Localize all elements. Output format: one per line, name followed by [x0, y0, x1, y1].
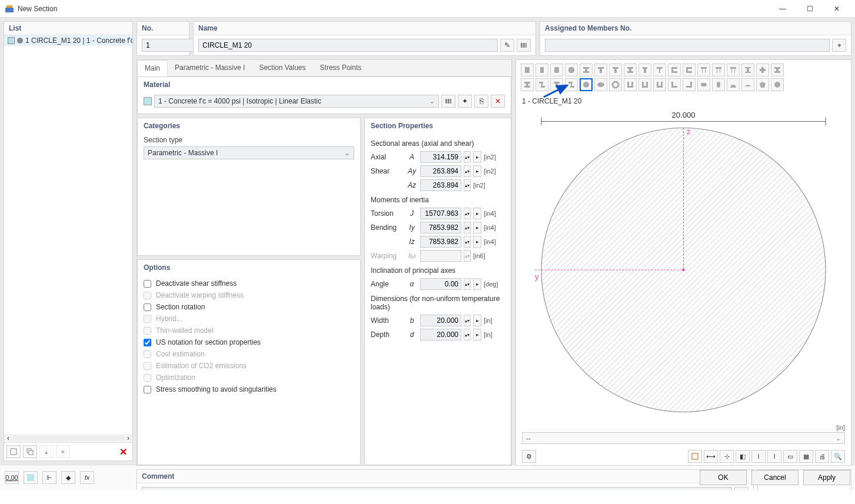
width-input[interactable] [420, 315, 461, 326]
shape-rect2[interactable] [535, 64, 548, 76]
sort-desc-button[interactable]: ▾ [56, 445, 70, 458]
iz-input[interactable] [420, 236, 461, 248]
shape-channel2[interactable] [683, 64, 696, 76]
shape-tee4[interactable] [653, 64, 666, 76]
comment-input[interactable] [142, 487, 732, 490]
shape-u3[interactable] [653, 78, 666, 91]
ok-button[interactable]: OK [700, 470, 747, 485]
preview-info-button[interactable]: ⚙ [522, 450, 536, 463]
sort-asc-button[interactable]: ▴ [39, 445, 54, 458]
preview-dropdown[interactable]: -- [522, 432, 845, 444]
section-preview[interactable]: 20.000 z y [522, 108, 845, 419]
tab-main[interactable]: Main [137, 60, 168, 76]
tab-stress-points[interactable]: Stress Points [313, 60, 369, 76]
shape-ibeam3[interactable] [741, 64, 754, 76]
spinner[interactable]: ▴▾ [464, 151, 471, 163]
preview-values-button[interactable]: ◧ [736, 450, 750, 463]
shape-segment[interactable] [741, 78, 754, 91]
ay-input[interactable] [420, 165, 461, 177]
shape-zee2[interactable] [565, 78, 578, 91]
az-input[interactable] [420, 179, 461, 191]
arrow-button[interactable]: ▸ [473, 151, 481, 163]
comment-edit-button[interactable]: ✎ [734, 487, 748, 490]
units-button[interactable]: 0,00 [5, 471, 19, 484]
shape-octagon[interactable] [565, 64, 578, 76]
apply-button[interactable]: Apply [803, 470, 850, 485]
shape-semi[interactable] [727, 78, 740, 91]
shape-roundrect[interactable] [550, 64, 563, 76]
preview-label-button[interactable]: ▭ [783, 450, 797, 463]
shape-tee5[interactable] [550, 78, 563, 91]
scroll-left-icon[interactable]: ‹ [4, 434, 12, 442]
shape-u2[interactable] [638, 78, 651, 91]
opt-rotation[interactable]: Section rotation [144, 301, 354, 313]
library-name-button[interactable] [517, 39, 531, 52]
material-select[interactable]: 1 - Concrete f'c = 4000 psi | Isotropic … [154, 95, 439, 108]
shape-angle1[interactable] [668, 78, 681, 91]
shape-ring[interactable] [609, 78, 622, 91]
shape-ibeam5[interactable] [521, 78, 534, 91]
opt-us-notation[interactable]: US notation for section properties [144, 336, 354, 348]
tab-section-values[interactable]: Section Values [252, 60, 312, 76]
material-library-button[interactable] [441, 95, 455, 108]
shape-u1[interactable] [624, 78, 637, 91]
minimize-button[interactable]: — [769, 0, 796, 18]
j-input[interactable] [420, 208, 461, 219]
section-type-select[interactable]: Parametric - Massive I [144, 146, 354, 159]
shape-angle2[interactable] [683, 78, 696, 91]
preview-find-button[interactable]: 🔍 [831, 450, 845, 463]
shape-hollow-circle[interactable] [771, 78, 784, 91]
shape-ibeam2[interactable] [624, 64, 637, 76]
shape-ibeam1[interactable] [580, 64, 593, 76]
preview-dim-button[interactable]: ⟷ [704, 450, 718, 463]
material-copy-button[interactable]: ⎘ [474, 95, 488, 108]
preview-stress-button[interactable]: I [751, 450, 766, 463]
edit-name-button[interactable]: ✎ [500, 39, 514, 52]
opt-shear[interactable]: Deactivate shear stiffness [144, 278, 354, 289]
tab-parametric[interactable]: Parametric - Massive I [168, 60, 252, 76]
maximize-button[interactable]: ☐ [796, 0, 823, 18]
preview-print-button[interactable]: 🖨 [815, 450, 829, 463]
material-delete-button[interactable]: ✕ [491, 95, 505, 108]
preview-box-button[interactable] [688, 450, 702, 463]
assigned-input[interactable] [545, 39, 830, 52]
scroll-track[interactable] [12, 435, 124, 441]
shape-tee1[interactable] [594, 64, 607, 76]
name-input[interactable] [198, 39, 498, 52]
shape-channel1[interactable] [668, 64, 681, 76]
shape-cross1[interactable] [756, 64, 769, 76]
preview-principal-button[interactable]: I [767, 450, 781, 463]
shape-slot2[interactable] [712, 78, 725, 91]
shape-tee3[interactable] [638, 64, 651, 76]
fx-button[interactable]: fx [80, 471, 94, 484]
material-new-button[interactable]: ✦ [458, 95, 472, 108]
shape-pi1[interactable] [697, 64, 710, 76]
delete-item-button[interactable]: ✕ [116, 445, 130, 458]
shape-rect1[interactable] [521, 64, 534, 76]
scroll-right-icon[interactable]: › [124, 434, 132, 442]
close-button[interactable]: ✕ [823, 0, 850, 18]
axial-input[interactable] [420, 151, 461, 163]
shape-pi3[interactable] [727, 64, 740, 76]
preview-grid-button[interactable]: ▦ [799, 450, 813, 463]
shape-pi2[interactable] [712, 64, 725, 76]
shape-circle[interactable] [580, 78, 593, 91]
list-hscroll[interactable]: ‹ › [4, 434, 132, 442]
help-button[interactable]: ◆ [61, 471, 75, 484]
preview-axes-button[interactable]: ⊹ [720, 450, 734, 463]
shape-zee1[interactable] [535, 78, 548, 91]
shape-slot1[interactable] [697, 78, 710, 91]
pick-members-button[interactable]: ⌖ [832, 39, 846, 52]
shape-polygon[interactable] [756, 78, 769, 91]
opt-smooth[interactable]: Stress smoothing to avoid singularities [144, 383, 354, 395]
copy-item-button[interactable] [23, 445, 37, 458]
list-item[interactable]: 1 CIRCLE_M1 20 | 1 - Concrete f'c = 40 [4, 35, 132, 46]
iy-input[interactable] [420, 222, 461, 233]
color-button[interactable] [24, 471, 38, 484]
shape-ellipse[interactable] [594, 78, 607, 91]
new-item-button[interactable] [6, 445, 21, 458]
tree-button[interactable]: ⊩ [42, 471, 56, 484]
angle-input[interactable] [420, 278, 461, 290]
shape-ibeam4[interactable] [771, 64, 784, 76]
cancel-button[interactable]: Cancel [751, 470, 799, 485]
